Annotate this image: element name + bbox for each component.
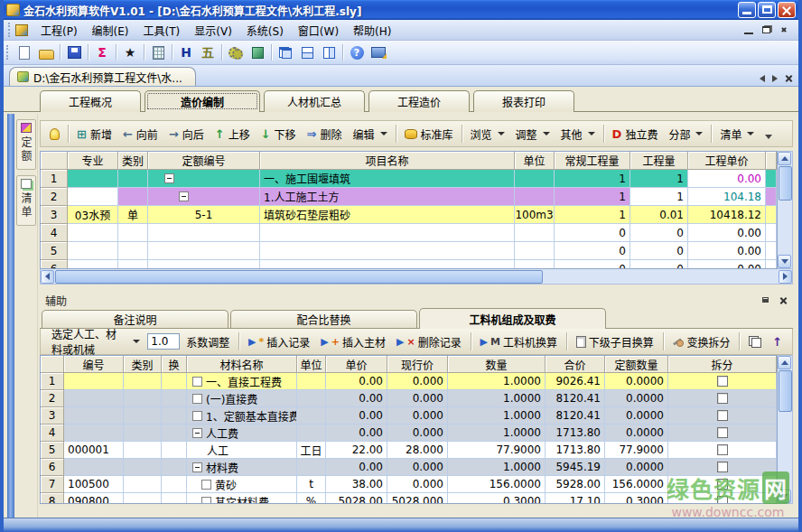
split-checkbox[interactable] xyxy=(717,427,728,438)
cell-qty[interactable]: 1.0000 xyxy=(448,390,546,407)
cell-name[interactable]: 人工 xyxy=(187,442,297,459)
cell-swap[interactable] xyxy=(162,407,187,425)
cell-pro[interactable]: 03水预 xyxy=(68,206,118,224)
copy-button[interactable] xyxy=(744,333,766,350)
cell-code[interactable] xyxy=(64,459,124,476)
expand-box-icon[interactable] xyxy=(192,377,202,387)
aux-close-icon[interactable] xyxy=(779,296,788,304)
tab-overview[interactable]: 工程概况 xyxy=(40,90,141,112)
scroll-left-button[interactable] xyxy=(41,270,54,284)
save-file-button[interactable] xyxy=(63,42,85,63)
cell-qty[interactable]: 1.0000 xyxy=(448,373,546,390)
cell-name[interactable] xyxy=(260,260,515,269)
promote-button[interactable]: ↑ xyxy=(768,333,787,350)
cell-total[interactable]: 9026.41 xyxy=(546,373,605,390)
pin-icon[interactable] xyxy=(762,297,769,303)
cell-code[interactable]: 090800 xyxy=(64,493,124,504)
scroll-thumb[interactable] xyxy=(55,270,543,284)
cell-qty[interactable]: 1.0000 xyxy=(448,425,546,442)
cell-unit[interactable] xyxy=(297,407,326,425)
cell-fill[interactable] xyxy=(766,206,777,224)
cell-cat[interactable] xyxy=(118,224,148,242)
cell-swap[interactable] xyxy=(162,476,187,493)
new-file-button[interactable] xyxy=(14,42,35,63)
cell-cat[interactable] xyxy=(124,407,162,425)
letter-h-button[interactable]: H xyxy=(175,42,197,63)
cell-qty[interactable]: 0 xyxy=(630,242,688,260)
cell-swap[interactable] xyxy=(162,373,187,390)
cell-cat[interactable] xyxy=(124,425,162,442)
cell-cur[interactable]: 28.000 xyxy=(387,442,448,459)
cell-code[interactable]: 000001 xyxy=(64,442,124,459)
estimate-grid-hscrollbar[interactable] xyxy=(40,269,793,285)
summation-button[interactable]: Σ xyxy=(91,42,113,63)
cell-cat[interactable] xyxy=(124,493,162,504)
menu-item-project[interactable]: 工程(P) xyxy=(33,20,85,41)
menu-item-compile[interactable]: 编制(E) xyxy=(85,20,136,41)
cell-cat[interactable] xyxy=(124,390,162,407)
cell-code[interactable] xyxy=(148,224,260,242)
cell-cat[interactable] xyxy=(124,442,162,459)
cell-qty[interactable]: 0.3000 xyxy=(448,493,546,504)
move-back-button[interactable]: →向后 xyxy=(163,124,210,145)
cell-cat[interactable] xyxy=(118,170,148,188)
aux-tab-mix-replace[interactable]: 配合比替换 xyxy=(230,310,417,328)
export-image-button[interactable] xyxy=(368,42,389,63)
cell-code[interactable]: 100500 xyxy=(64,476,124,493)
cell-split[interactable] xyxy=(668,373,777,390)
cell-price[interactable]: 0.00 xyxy=(326,390,387,407)
mdi-restore-button[interactable] xyxy=(760,24,773,36)
close-doc-icon[interactable] xyxy=(785,74,793,82)
cell-pro[interactable] xyxy=(68,224,118,242)
cell-name[interactable]: 一、施工围堰填筑 xyxy=(260,170,515,188)
cell-name[interactable]: 黄砂 xyxy=(187,476,297,493)
cell-unit[interactable] xyxy=(297,390,326,407)
cell-qn[interactable]: 1 xyxy=(555,206,630,224)
cell-code[interactable] xyxy=(64,390,124,407)
resource-convert-button[interactable]: ▶M工料机换算 xyxy=(475,331,561,352)
cell-qty[interactable]: 0 xyxy=(630,260,688,269)
cell-price[interactable]: 22.00 xyxy=(326,442,387,459)
cell-fill[interactable] xyxy=(766,170,777,188)
menu-item-tools[interactable]: 工具(T) xyxy=(136,20,188,41)
cell-qty[interactable]: 0 xyxy=(630,224,688,242)
scroll-right-button[interactable] xyxy=(779,270,792,284)
browse-button[interactable]: 浏览 xyxy=(465,124,510,145)
cell-swap[interactable] xyxy=(162,493,187,504)
cell-price[interactable]: 5028.00 xyxy=(326,493,387,504)
cell-qty[interactable]: 1 xyxy=(630,170,688,188)
cell-swap[interactable] xyxy=(162,425,187,442)
move-down-button[interactable]: ↓下移 xyxy=(256,124,302,145)
cell-quota[interactable]: 0.0000 xyxy=(605,459,668,476)
cell-code[interactable] xyxy=(64,425,124,442)
cell-total[interactable]: 8120.41 xyxy=(546,390,605,407)
mdi-minimize-button[interactable] xyxy=(742,24,755,36)
toolbar-grip[interactable] xyxy=(6,45,10,60)
cell-pro[interactable] xyxy=(68,170,118,188)
cell-price[interactable]: 0.00 xyxy=(688,224,766,242)
cell-swap[interactable] xyxy=(162,442,187,459)
cell-code[interactable] xyxy=(148,188,260,206)
cell-cat[interactable] xyxy=(124,459,162,476)
cell-split[interactable] xyxy=(668,493,777,504)
cell-quota[interactable]: 0.0000 xyxy=(605,407,668,425)
toolbar-grip[interactable] xyxy=(8,23,12,37)
collapse-icon[interactable] xyxy=(192,462,202,472)
cell-split[interactable] xyxy=(668,476,777,493)
cell-quota[interactable]: 0.3000 xyxy=(605,493,668,504)
cell-split[interactable] xyxy=(668,407,777,425)
edit-button[interactable]: 编辑 xyxy=(348,124,393,145)
cell-cur[interactable]: 0.000 xyxy=(387,390,448,407)
cell-unit[interactable] xyxy=(515,224,555,242)
cell-total[interactable]: 17.10 xyxy=(546,493,605,504)
cell-quota[interactable]: 0.0000 xyxy=(605,373,668,390)
tile-vertical-button[interactable] xyxy=(318,42,340,63)
mdi-close-button[interactable] xyxy=(779,24,791,36)
maximize-button[interactable] xyxy=(758,2,776,18)
tile-horizontal-button[interactable] xyxy=(296,42,318,63)
split-checkbox[interactable] xyxy=(717,444,728,455)
cell-qn[interactable]: 0 xyxy=(555,242,630,260)
scroll-down-button[interactable] xyxy=(778,490,791,503)
cell-code[interactable] xyxy=(148,260,260,269)
cell-cat[interactable] xyxy=(124,373,162,390)
